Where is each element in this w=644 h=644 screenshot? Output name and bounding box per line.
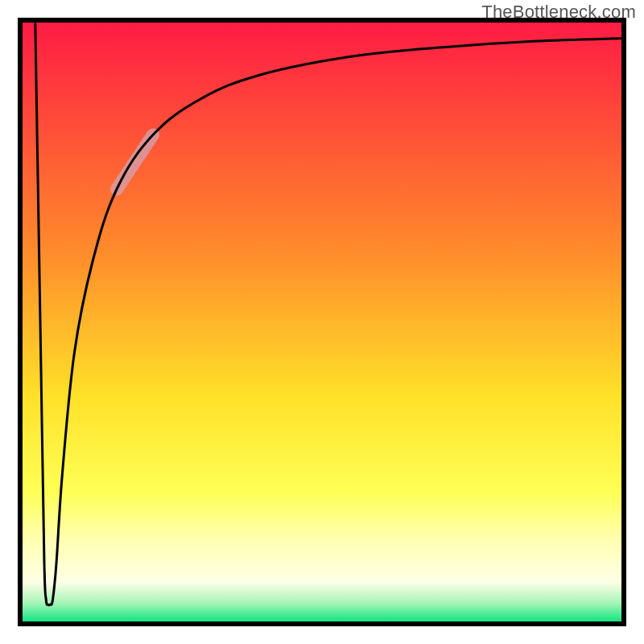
chart-svg <box>0 0 644 644</box>
watermark-text: TheBottleneck.com <box>481 2 636 23</box>
chart-container: TheBottleneck.com <box>0 0 644 644</box>
gradient-background <box>20 20 624 624</box>
